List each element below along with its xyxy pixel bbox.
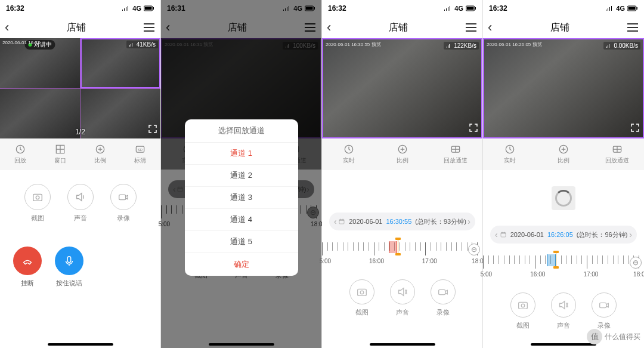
push-to-talk-button[interactable]: 按住说话 [55,247,83,288]
action-screenshot[interactable]: 截图 [349,279,374,317]
recorded-segment[interactable] [547,254,556,266]
action-record[interactable]: 录像 [592,292,617,330]
home-indicator[interactable] [209,343,274,346]
svg-text:SD: SD [138,147,143,151]
nav-bar: ‹ 店铺 [0,17,160,38]
tool-ratio[interactable]: 比例 [537,138,590,169]
channel-option-5[interactable]: 通道 5 [185,231,298,253]
action-sound[interactable]: 声音 [67,184,94,223]
menu-button[interactable] [144,23,156,32]
tool-channel[interactable]: 回放通道 [429,138,482,169]
playhead[interactable] [556,252,556,267]
channel-option-4[interactable]: 通道 4 [185,209,298,231]
svg-rect-31 [438,290,445,294]
action-record[interactable]: 录像 [110,184,137,223]
back-button[interactable]: ‹ [5,20,9,35]
hangup-button[interactable]: 挂断 [13,247,42,288]
svg-rect-14 [314,7,315,10]
back-button[interactable]: ‹ [327,20,331,35]
screen-playback-loading: 16:324G ‹店铺 0.00KB/s2020-06-01 16:26:05 … [483,0,644,348]
home-indicator[interactable] [370,343,435,346]
menu-button[interactable] [466,23,478,32]
recorded-segment[interactable] [389,241,397,253]
channel-option-2[interactable]: 通道 2 [185,165,298,187]
playhead[interactable] [398,239,398,254]
video-player[interactable]: 122KB/s2020-06-01 16:30:55 预览 [322,38,482,138]
back-button[interactable]: ‹ [488,20,492,35]
fullscreen-icon[interactable] [631,124,639,134]
sheet-title: 选择回放通道 [185,119,298,143]
toolbar: 回放 窗口 比例 SD标清 [0,138,160,170]
svg-rect-28 [339,220,344,224]
loading-spinner [483,170,644,215]
home-indicator[interactable] [48,343,113,346]
bitrate-badge: 41KB/s [126,41,158,48]
screen-playback: 16:324G ‹店铺 122KB/s2020-06-01 16:30:55 预… [322,0,483,348]
tool-channel[interactable]: 回放通道 [590,138,644,169]
svg-rect-18 [178,187,182,192]
screen-live-quad: 16:32 4G ‹ 店铺 对讲中 2020-06-01 16:32 [0,0,161,348]
tool-ratio[interactable]: 比例 [376,138,429,169]
channel-option-3[interactable]: 通道 3 [185,187,298,209]
menu-button[interactable] [627,23,639,32]
action-sound-muted[interactable]: 声音 [390,279,415,317]
timeline[interactable]: ⊖ 5:0016:0017:0018:00 [322,240,482,269]
camera-cell-2[interactable]: 41KB/s [80,38,160,88]
sheet-confirm-button[interactable]: 确定 [185,253,298,276]
signal: 4G [122,5,154,12]
action-row: 截图 声音 录像 [0,170,160,229]
camera-cell-1[interactable]: 对讲中 2020-06-01 16:32 [0,38,80,88]
calendar-icon [338,218,345,225]
action-screenshot[interactable]: 截图 [24,184,51,223]
cell-timestamp: 2020-06-01 16:32 [2,40,40,45]
video-grid[interactable]: 对讲中 2020-06-01 16:32 41KB/s 1/2 [0,38,160,138]
bitrate-badge: 122KB/s [444,42,479,50]
svg-rect-10 [119,195,125,199]
svg-rect-23 [467,7,474,10]
svg-rect-29 [357,289,366,295]
svg-rect-2 [153,7,154,10]
svg-rect-41 [600,303,606,307]
screen-playback-channel-select: 16:314G ‹店铺 100KB/s2020-06-01 16:31 预览 实… [161,0,322,348]
svg-rect-1 [145,7,152,10]
tool-live[interactable]: 实时 [322,138,376,169]
date-picker[interactable]: ‹2020-06-0116:30:55(总时长：93分钟)› [329,213,475,230]
tool-window[interactable]: 窗口 [40,138,80,169]
video-player[interactable]: 0.00KB/s2020-06-01 16:26:05 预览 [483,38,644,138]
bitrate-badge: 0.00KB/s [603,42,640,50]
svg-point-40 [521,304,525,307]
prev-day-icon[interactable]: ‹ [334,217,337,226]
svg-rect-13 [306,7,313,10]
channel-select-sheet: 选择回放通道 通道 1 通道 2 通道 3 通道 4 通道 5 确定 [185,119,298,276]
call-row: 挂断 按住说话 [0,229,160,288]
svg-point-9 [36,196,39,199]
action-record[interactable]: 录像 [431,279,456,317]
clock: 16:32 [6,4,24,13]
tool-ratio[interactable]: 比例 [80,138,120,169]
zoom-out-icon[interactable]: ⊖ [630,257,642,269]
fullscreen-icon[interactable] [148,125,157,135]
svg-rect-39 [519,302,528,309]
watermark: 值什么值得买 [587,329,640,344]
camera-cell-3[interactable] [0,89,80,139]
page-title: 店铺 [67,21,86,34]
channel-option-1[interactable]: 通道 1 [185,143,298,165]
svg-rect-24 [475,7,476,10]
svg-rect-11 [67,257,71,263]
svg-point-30 [360,291,364,294]
tool-playback[interactable]: 回放 [0,138,40,169]
status-bar: 16:32 4G [0,0,160,17]
timeline[interactable]: ⊖ 5:0016:0017:0018:00 [483,253,644,282]
tool-quality[interactable]: SD标清 [120,138,160,169]
svg-rect-34 [637,7,638,10]
zoom-out-icon[interactable]: ⊖ [468,244,480,255]
tool-live[interactable]: 实时 [483,138,537,169]
svg-rect-38 [501,233,506,238]
next-day-icon[interactable]: › [467,217,470,226]
date-picker[interactable]: ‹2020-06-0116:26:05(总时长：96分钟)› [490,226,637,244]
action-screenshot[interactable]: 截图 [510,292,535,330]
action-sound-muted[interactable]: 声音 [551,292,576,330]
camera-cell-4[interactable] [80,89,160,139]
fullscreen-icon[interactable] [469,124,478,134]
svg-rect-8 [33,194,42,201]
